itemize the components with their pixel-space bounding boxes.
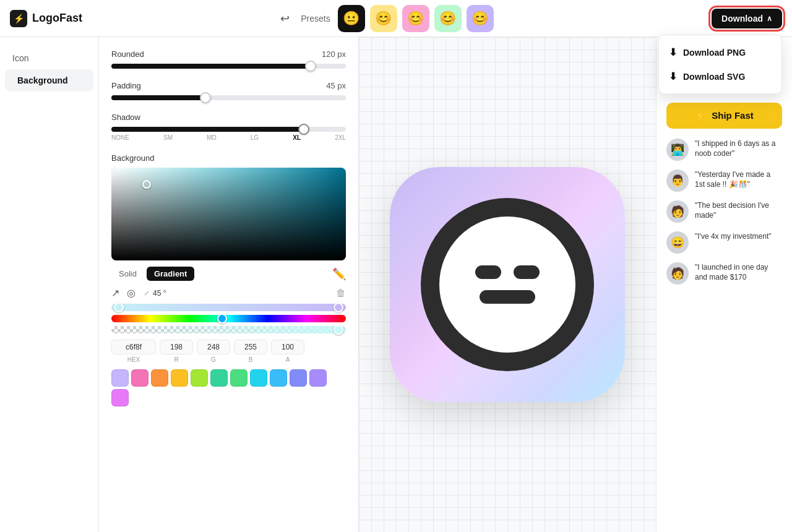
ship-fast-icon: ⚡ xyxy=(695,110,707,121)
swatch[interactable] xyxy=(210,369,228,387)
preset-dark[interactable]: 😐 xyxy=(338,5,365,32)
b-input[interactable] xyxy=(234,340,267,354)
swatch[interactable] xyxy=(111,389,129,406)
gradient-left-thumb[interactable] xyxy=(114,302,124,312)
preset-purple[interactable]: 😊 xyxy=(467,5,494,32)
color-swatches xyxy=(111,369,346,406)
back-button[interactable]: ↩ xyxy=(273,7,296,30)
angle-display: ⟋ 45 ° xyxy=(143,289,166,298)
gradient-controls: ↗ ◎ ⟋ 45 ° 🗑 xyxy=(111,287,346,299)
download-svg-icon: ⬇ xyxy=(669,71,677,82)
rounded-slider[interactable] xyxy=(111,64,346,69)
r-input[interactable] xyxy=(160,340,193,354)
logo-icon: ⚡ xyxy=(10,10,27,27)
face-eye-left xyxy=(475,265,501,279)
sidebar-item-background[interactable]: Background xyxy=(5,69,93,92)
main-content: Icon Background Rounded 120 px Padding 4… xyxy=(0,37,792,532)
header-right: Download ∧ xyxy=(658,9,782,28)
padding-slider[interactable] xyxy=(111,95,346,100)
ship-fast-button[interactable]: ⚡ Ship Fast xyxy=(666,103,782,129)
icon-ring xyxy=(421,198,594,371)
swatch[interactable] xyxy=(230,369,248,387)
swatch[interactable] xyxy=(309,369,327,387)
testimonial-5: 🧑 "I launched in one day and made $170 xyxy=(666,262,782,285)
gradient-tab[interactable]: Gradient xyxy=(147,267,194,281)
sidebar-item-icon[interactable]: Icon xyxy=(0,47,98,69)
swatch[interactable] xyxy=(131,369,148,387)
swatch[interactable] xyxy=(111,369,129,387)
left-sidebar: Icon Background xyxy=(0,37,99,532)
g-input[interactable] xyxy=(197,340,230,354)
testimonial-1: 👨‍💻 "I shipped in 6 days as a noob coder… xyxy=(666,139,782,161)
testimonial-3: 🧑 "The best decision I've made" xyxy=(666,200,782,223)
icon-face xyxy=(439,217,575,353)
hue-thumb[interactable] xyxy=(217,314,227,324)
hex-input-group: HEX xyxy=(111,340,156,363)
color-canvas[interactable] xyxy=(111,168,346,260)
background-control: Background Solid Gradient ✏️ ↗ ◎ ⟋ 45 ° xyxy=(111,153,346,406)
a-input-group: A xyxy=(271,340,304,363)
swatch[interactable] xyxy=(171,369,188,387)
a-input[interactable] xyxy=(271,340,304,354)
color-inputs: HEX R G B A xyxy=(111,340,346,363)
alpha-thumb[interactable] xyxy=(334,325,343,335)
rounded-control: Rounded 120 px xyxy=(111,49,346,69)
presets-label: Presets xyxy=(301,14,330,24)
swatch[interactable] xyxy=(290,369,307,387)
shadow-labels: NONE SM MD LG XL 2XL xyxy=(111,134,346,141)
preset-pink[interactable]: 😊 xyxy=(402,5,429,32)
avatar-5: 🧑 xyxy=(666,262,689,285)
color-mode-tabs: Solid Gradient ✏️ xyxy=(111,267,346,281)
color-thumb[interactable] xyxy=(142,180,151,189)
header: ⚡ LogoFast ↩ Presets 😐 😊 😊 😊 😊 Download … xyxy=(0,0,792,37)
eyedropper-button[interactable]: ✏️ xyxy=(332,267,346,281)
shadow-control: Shadow NONE SM MD LG XL 2XL xyxy=(111,113,346,141)
swatch[interactable] xyxy=(191,369,208,387)
right-sidebar: #1 NextJS boilerplate 1,000+ makers love… xyxy=(656,37,792,532)
preset-yellow[interactable]: 😊 xyxy=(370,5,397,32)
avatar-3: 🧑 xyxy=(666,200,689,223)
avatar-2: 👨 xyxy=(666,169,689,192)
shadow-slider[interactable] xyxy=(111,127,346,132)
alpha-slider[interactable] xyxy=(111,326,346,333)
testimonial-2: 👨 "Yesterday I've made a 1st sale !! 🎉🎊" xyxy=(666,169,782,192)
preset-green[interactable]: 😊 xyxy=(434,5,462,32)
gradient-right-thumb[interactable] xyxy=(334,302,343,312)
download-png-icon: ⬇ xyxy=(669,46,677,58)
gradient-bar[interactable] xyxy=(111,304,346,311)
logo-preview xyxy=(390,167,625,402)
solid-tab[interactable]: Solid xyxy=(111,267,144,281)
face-eye-right xyxy=(514,265,540,279)
radial-gradient-icon[interactable]: ◎ xyxy=(127,287,136,299)
logo-area: ⚡ LogoFast xyxy=(10,10,109,27)
hex-input[interactable] xyxy=(111,340,156,354)
download-dropdown: ⬇ Download PNG ⬇ Download SVG xyxy=(658,35,782,94)
download-png-item[interactable]: ⬇ Download PNG xyxy=(659,40,781,64)
face-mouth xyxy=(480,290,535,304)
download-button[interactable]: Download ∧ xyxy=(712,9,782,28)
testimonial-4: 😄 "I've 4x my investment" xyxy=(666,231,782,254)
controls-panel: Rounded 120 px Padding 45 px Shadow xyxy=(99,37,359,532)
avatar-4: 😄 xyxy=(666,231,689,254)
header-center: ↩ Presets 😐 😊 😊 😊 😊 xyxy=(109,5,658,32)
r-input-group: R xyxy=(160,340,193,363)
padding-control: Padding 45 px xyxy=(111,81,346,100)
swatch[interactable] xyxy=(151,369,168,387)
canvas-area xyxy=(359,37,656,532)
delete-gradient-button[interactable]: 🗑 xyxy=(336,288,346,299)
b-input-group: B xyxy=(234,340,267,363)
swatch[interactable] xyxy=(250,369,267,387)
logo-text: LogoFast xyxy=(32,12,82,25)
chevron-icon: ∧ xyxy=(767,14,772,23)
swatch[interactable] xyxy=(270,369,287,387)
avatar-1: 👨‍💻 xyxy=(666,139,689,161)
download-svg-item[interactable]: ⬇ Download SVG xyxy=(659,64,781,88)
linear-gradient-icon[interactable]: ↗ xyxy=(111,287,119,299)
face-eyes xyxy=(475,265,540,279)
g-input-group: G xyxy=(197,340,230,363)
hue-slider[interactable] xyxy=(111,315,346,322)
